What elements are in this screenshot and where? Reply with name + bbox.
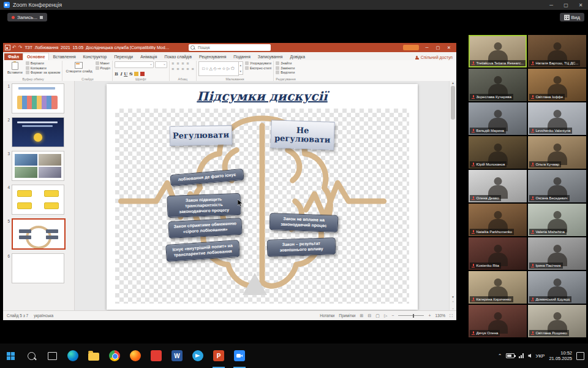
tab-view[interactable]: Подання [230, 53, 254, 60]
taskbar-clock[interactable]: 10:52 21.05.2025 [549, 350, 572, 361]
scroll-down-icon[interactable]: ▼ [451, 295, 454, 299]
find-button[interactable]: Знайти [276, 61, 295, 65]
tab-review[interactable]: Рецензування [195, 53, 230, 60]
thumbnail-row[interactable]: 5 [5, 218, 72, 250]
format-painter-button[interactable]: Формат за зразком [26, 71, 61, 74]
notes-toggle[interactable]: Нотатки [320, 313, 334, 318]
participant-tile[interactable]: Valeria Mishehina [528, 204, 586, 236]
underline-icon[interactable]: U [124, 71, 127, 77]
view-button[interactable]: Вид [560, 13, 584, 21]
language-indicator[interactable]: українська [34, 313, 53, 318]
participant-tile[interactable]: Оксана Беседевич [528, 170, 586, 202]
normal-view-icon[interactable]: ⊞ [360, 313, 364, 318]
columns-icon[interactable]: ≡ [191, 67, 194, 71]
next-slide-icon[interactable]: ⌄ [451, 306, 454, 310]
zoom-out-icon[interactable]: − [391, 313, 394, 318]
align-right-icon[interactable]: ≡ [181, 67, 184, 71]
bold-icon[interactable]: B [115, 71, 118, 77]
task-view-button[interactable] [42, 343, 62, 368]
participant-tile[interactable]: Levchenko Valentyna [528, 102, 586, 135]
cut-button[interactable]: Вирізати [26, 61, 61, 65]
participant-tile[interactable]: Юрій Молоканов [469, 136, 527, 169]
participant-tile[interactable]: Олена Демко [469, 170, 527, 202]
thumbnail-row[interactable]: 6 [5, 253, 72, 283]
strikethrough-icon[interactable]: S [129, 71, 132, 77]
previous-slide-icon[interactable]: ⌃ [451, 301, 454, 304]
participant-tile[interactable]: Бельдій Марина [469, 102, 527, 135]
thumbnail-row[interactable]: 2 [5, 117, 72, 147]
participant-tile[interactable]: Nataliia Parkhomenko [469, 204, 527, 236]
select-button[interactable]: Виділити [276, 71, 295, 74]
arrange-button[interactable]: Упорядкувати [245, 61, 271, 65]
editor-scrollbar[interactable]: ▲ ▼ ⌃ ⌄ [449, 81, 456, 311]
close-icon[interactable]: ✕ [573, 0, 588, 10]
argument-box[interactable]: Закон – результат зовнішнього впливу [267, 237, 336, 256]
tab-insert[interactable]: Вставлення [49, 53, 79, 60]
undo-icon[interactable]: ↶ [12, 45, 17, 50]
copy-button[interactable]: Копіювати [26, 66, 61, 70]
share-button[interactable]: Спільний доступ [415, 55, 453, 59]
align-center-icon[interactable]: ≡ [176, 67, 179, 71]
participant-tile[interactable]: Наталя Бартош, ТЦ ДС... [528, 35, 586, 67]
tab-animations[interactable]: Анімація [137, 53, 160, 60]
thumbnail-row[interactable]: 3 [5, 151, 72, 181]
fit-to-window-icon[interactable]: ⛶ [450, 313, 453, 318]
ribbon-search-box[interactable] [189, 44, 271, 51]
participant-tile[interactable]: Катерина Кириченко [469, 271, 527, 304]
scroll-up-icon[interactable]: ▲ [451, 81, 454, 85]
reading-view-icon[interactable]: ▢ [375, 313, 380, 318]
slide-2-thumbnail[interactable] [12, 117, 64, 147]
start-button[interactable] [0, 343, 21, 368]
participant-tile[interactable]: Доманський Едуард [528, 271, 586, 304]
zoom-slider[interactable] [398, 315, 424, 316]
slide-sorter-view-icon[interactable]: ⊟ [368, 313, 371, 318]
slide-3-thumbnail[interactable] [12, 151, 64, 181]
tab-home[interactable]: Основне [23, 53, 49, 60]
not-regulate-header-box[interactable]: Не регулювати [270, 120, 335, 150]
powerpoint-taskbar-button[interactable]: P [208, 343, 229, 368]
participant-tile[interactable]: Kostenko Rita [469, 237, 527, 270]
thumbnail-row[interactable]: 4 [5, 185, 72, 215]
file-explorer-taskbar-button[interactable] [83, 343, 104, 368]
tab-help[interactable]: Довідка [286, 53, 308, 60]
participant-tile[interactable]: Світлана Іоффе [528, 69, 586, 101]
new-slide-button[interactable]: Створити слайд [64, 61, 93, 74]
zoom-level[interactable]: 130% [435, 313, 445, 318]
close-icon[interactable]: ✕ [443, 45, 454, 50]
font-size-select[interactable] [155, 61, 167, 68]
indent-icon[interactable]: ≡ [181, 61, 184, 66]
font-color-icon[interactable] [140, 72, 145, 76]
replace-button[interactable]: Замінити [276, 66, 295, 70]
network-icon[interactable] [519, 353, 524, 358]
maximize-icon[interactable]: ▢ [432, 45, 443, 50]
tab-file[interactable]: Файл [4, 53, 23, 60]
edge-taskbar-button[interactable] [62, 343, 83, 368]
scrollbar-thumb[interactable] [451, 86, 455, 120]
justify-icon[interactable]: ≡ [186, 67, 189, 71]
maximize-icon[interactable]: ▢ [559, 0, 573, 10]
italic-icon[interactable]: I [120, 71, 122, 77]
chrome-taskbar-button[interactable] [104, 343, 125, 368]
tab-slideshow[interactable]: Показ слайдів [161, 53, 196, 60]
highlight-color-icon[interactable] [134, 72, 138, 76]
layout-button[interactable]: Макет [96, 61, 110, 65]
shapes-gallery-scroll[interactable]: ▲ ▼ [239, 61, 243, 75]
shapes-gallery[interactable]: □ ○ △ ◇ ⇨ ☆ ▷ ⬠ [198, 61, 239, 76]
slideshow-view-icon[interactable]: ▷ [384, 313, 387, 318]
section-button[interactable]: Розділ [96, 66, 110, 70]
slide-4-thumbnail[interactable] [12, 185, 64, 215]
search-input[interactable] [197, 45, 269, 50]
tab-record[interactable]: Записування [254, 53, 287, 60]
slide-5-thumbnail-selected[interactable] [12, 218, 66, 250]
minimize-icon[interactable]: ─ [421, 45, 432, 50]
hidden-icons-chevron[interactable]: ⌃ [498, 353, 502, 359]
quick-styles-button[interactable]: Експрес-стилі [245, 66, 271, 70]
scroll-down-icon[interactable]: ▼ [239, 70, 242, 73]
scroll-up-icon[interactable]: ▲ [239, 64, 242, 67]
participant-tile[interactable]: Ольга Кучмар [528, 136, 586, 169]
argument-box[interactable]: Закон не вплине на законодавчий процес [270, 213, 339, 232]
thumbnail-row[interactable]: 1 [5, 83, 72, 113]
redo-icon[interactable]: ↷ [18, 45, 23, 50]
font-name-select[interactable] [115, 61, 154, 68]
participant-tile[interactable]: Зореслава Кучерява [469, 69, 527, 101]
